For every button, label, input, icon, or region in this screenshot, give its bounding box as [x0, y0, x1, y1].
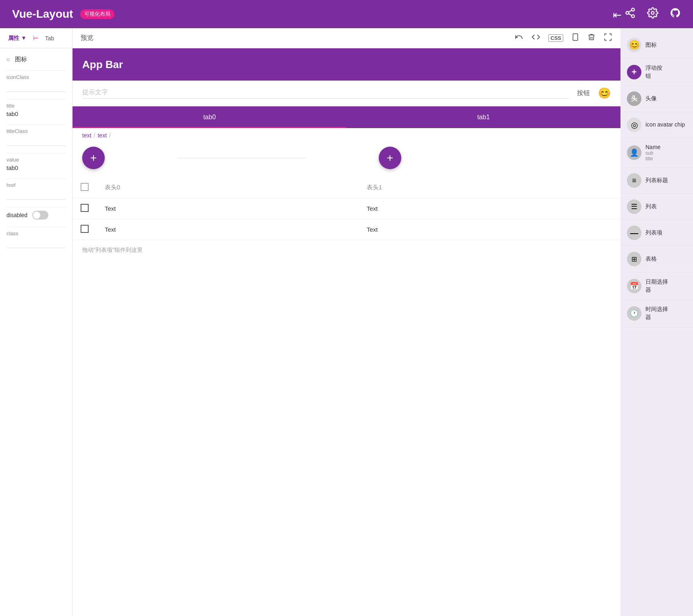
table-th-checkbox [73, 177, 97, 198]
preview-fab-row: + + [73, 143, 620, 177]
row2-col0: Text [97, 219, 359, 240]
tab-tab[interactable]: Tab [43, 33, 57, 43]
row2-col1: Text [359, 219, 620, 240]
undo-icon[interactable] [515, 33, 523, 44]
right-item-icon[interactable]: 😊 图标 [620, 32, 693, 58]
row2-checkbox[interactable] [81, 225, 89, 233]
fullscreen-icon[interactable] [604, 33, 612, 44]
prop-class-input[interactable] [6, 238, 66, 248]
right-item-table-label: 表格 [645, 255, 657, 263]
delete-icon[interactable] [587, 33, 595, 44]
prop-iconclass-input[interactable] [6, 82, 66, 92]
timepicker-widget-icon: 🕐 [627, 306, 641, 321]
mobile-icon[interactable] [571, 33, 579, 44]
settings-icon[interactable] [647, 7, 658, 21]
smiley-icon[interactable]: 😊 [598, 87, 611, 100]
disabled-toggle[interactable] [32, 211, 48, 220]
right-item-timepicker[interactable]: 🕐 时间选择器 [620, 300, 693, 327]
svg-point-0 [632, 8, 635, 11]
right-item-fab[interactable]: + 浮动按钮 [620, 58, 693, 86]
row1-checkbox-cell [73, 198, 97, 219]
right-item-chip[interactable]: ◎ icon avatar chip [620, 112, 693, 138]
prop-iconclass-label: iconClass [6, 74, 66, 80]
svg-point-2 [632, 15, 635, 17]
header-badge: 可视化布局 [80, 9, 114, 19]
prop-title-label: title [6, 103, 66, 109]
properties-section: ic 图标 iconClass title tab0 titleClass [0, 48, 72, 248]
svg-line-3 [629, 13, 632, 15]
preview-button[interactable]: 按钮 [577, 89, 590, 97]
right-item-list-item-label: 列表项 [645, 229, 662, 237]
fab-divider [177, 158, 306, 158]
prop-ic-key: ic [6, 56, 10, 62]
table-row: Text Text [73, 219, 620, 240]
prop-title-value: tab0 [6, 110, 66, 117]
right-item-list-title[interactable]: ≡ 列表标题 [620, 168, 693, 194]
appbar-title: App Bar [82, 58, 123, 71]
row1-checkbox[interactable] [81, 204, 89, 212]
right-item-avatar[interactable]: 头 头像 [620, 86, 693, 112]
drag-hint: 拖动"列表项"组件到这里 [73, 240, 620, 260]
right-item-avatar-label: 头像 [645, 95, 657, 103]
preview-breadcrumb: text / text / [73, 128, 620, 143]
right-item-icon-label: 图标 [645, 41, 657, 49]
prop-class: class [6, 230, 66, 248]
name-avatar-icon: 👤 [627, 145, 641, 160]
svg-point-1 [626, 11, 629, 14]
name-main-text: Name [645, 144, 660, 150]
preview-tabs: tab0 tab1 [73, 106, 620, 128]
main-layout: 属性 ▼ ⊢ Tab ic 图标 iconClass title t [0, 28, 693, 616]
right-item-timepicker-label: 时间选择器 [645, 305, 668, 321]
prop-disabled: disabled [6, 211, 66, 220]
svg-point-5 [652, 11, 654, 14]
right-item-list-label: 列表 [645, 203, 657, 211]
css-icon[interactable]: CSS [548, 34, 563, 42]
right-sidebar: 😊 图标 + 浮动按钮 头 头像 ◎ icon avatar chip 👤 [620, 28, 693, 616]
prop-href-input[interactable] [6, 190, 66, 200]
code-icon[interactable] [531, 33, 540, 44]
table-header-row: 表头0 表头1 [73, 177, 620, 198]
breadcrumb-text1: text [82, 132, 91, 139]
prop-disabled-label: disabled [6, 212, 27, 218]
right-item-list[interactable]: ☰ 列表 [620, 194, 693, 220]
center-area: 预览 CSS [73, 28, 620, 616]
right-item-list-item[interactable]: — 列表项 [620, 220, 693, 246]
header-checkbox[interactable] [81, 183, 89, 191]
tab-tab1[interactable]: tab1 [346, 106, 620, 128]
tab-separator-icon: ⊢ [33, 34, 39, 42]
prop-iconclass: iconClass [6, 74, 66, 92]
prop-value-label: value [6, 157, 66, 163]
preview-placeholder[interactable]: 提示文字 [82, 88, 569, 99]
avatar-widget-icon: 头 [627, 91, 641, 106]
list-title-widget-icon: ≡ [627, 173, 641, 188]
right-item-datepicker[interactable]: 📅 日期选择器 [620, 272, 693, 300]
preview-label: 预览 [81, 34, 506, 42]
fab-button-1[interactable]: + [82, 147, 105, 169]
row2-checkbox-cell [73, 219, 97, 240]
tab-properties[interactable]: 属性 ▼ [6, 33, 29, 44]
table-th-1: 表头1 [359, 177, 620, 198]
prop-ic-label: 图标 [15, 56, 27, 63]
right-item-table[interactable]: ⊞ 表格 [620, 246, 693, 272]
prop-titleclass-input[interactable] [6, 136, 66, 146]
fab-widget-icon: + [627, 65, 641, 79]
right-item-name[interactable]: 👤 Name subtitle [620, 138, 693, 168]
github-icon[interactable] [670, 7, 681, 21]
name-sub-text: subtitle [645, 150, 660, 162]
prop-title: title tab0 [6, 103, 66, 117]
prop-class-label: class [6, 230, 66, 236]
breadcrumb-sep2: / [109, 132, 111, 139]
fab-button-2[interactable]: + [379, 147, 401, 169]
share-icon[interactable]: ⇤ [613, 7, 636, 21]
row1-col1: Text [359, 198, 620, 219]
right-item-datepicker-label: 日期选择器 [645, 278, 668, 294]
prop-href-label: href [6, 182, 66, 188]
preview-toolbar: 预览 CSS [73, 28, 620, 48]
left-sidebar: 属性 ▼ ⊢ Tab ic 图标 iconClass title t [0, 28, 73, 616]
svg-line-4 [629, 10, 632, 12]
breadcrumb-text2: text [98, 132, 107, 139]
app-title: Vue-Layout [12, 8, 73, 21]
tab-tab0[interactable]: tab0 [73, 106, 346, 128]
prop-value-value: tab0 [6, 164, 66, 171]
right-sidebar-inner: 😊 图标 + 浮动按钮 头 头像 ◎ icon avatar chip 👤 [620, 28, 693, 332]
